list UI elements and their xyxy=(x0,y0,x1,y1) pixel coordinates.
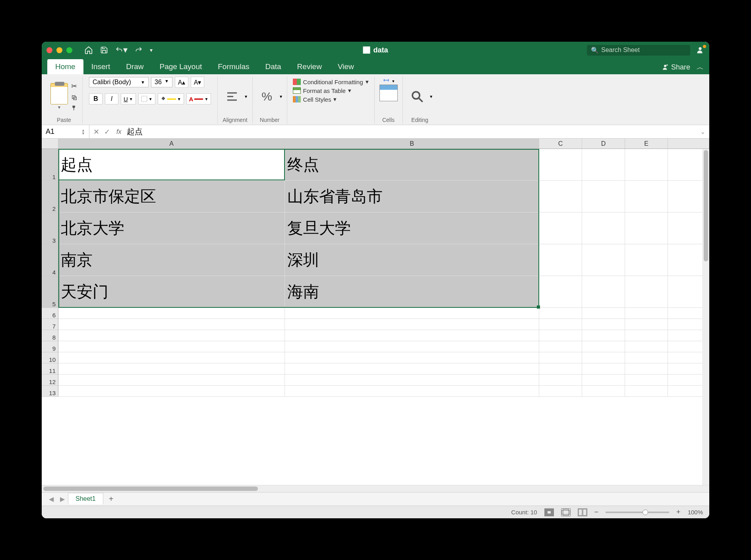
conditional-formatting-button[interactable]: Conditional Formatting ▾ xyxy=(293,78,369,85)
font-color-button[interactable]: A▼ xyxy=(186,93,211,104)
cell[interactable] xyxy=(539,319,582,330)
cell[interactable] xyxy=(625,212,668,244)
cell[interactable] xyxy=(582,319,625,330)
horizontal-scrollbar[interactable] xyxy=(42,485,709,492)
zoom-slider[interactable] xyxy=(606,512,669,513)
cell[interactable]: 深圳 xyxy=(285,244,539,276)
cell[interactable] xyxy=(58,352,285,363)
fill-color-button[interactable]: ▼ xyxy=(158,93,184,104)
cell[interactable]: 起点 xyxy=(58,149,285,180)
row-header[interactable]: 10 xyxy=(42,352,58,363)
select-all-corner[interactable] xyxy=(42,139,58,149)
cell[interactable] xyxy=(625,341,668,352)
cell[interactable] xyxy=(582,352,625,363)
prev-sheet-icon[interactable]: ◀ xyxy=(46,495,57,503)
cell[interactable] xyxy=(58,386,285,396)
column-header[interactable]: E xyxy=(625,139,668,149)
cell[interactable] xyxy=(539,149,582,180)
cell[interactable] xyxy=(582,386,625,396)
formula-input[interactable]: 起点 xyxy=(124,126,143,137)
tab-review[interactable]: Review xyxy=(289,59,330,74)
tab-view[interactable]: View xyxy=(330,59,362,74)
cell[interactable] xyxy=(582,363,625,374)
cell[interactable] xyxy=(625,149,668,180)
cell[interactable] xyxy=(539,244,582,276)
spreadsheet-grid[interactable]: ABCDE 12345678910111213 起点终点北京市保定区山东省青岛市… xyxy=(42,139,709,485)
cell[interactable] xyxy=(285,341,539,352)
cell[interactable] xyxy=(582,330,625,341)
column-header[interactable]: C xyxy=(539,139,582,149)
find-icon[interactable] xyxy=(408,87,427,106)
page-break-view-icon[interactable] xyxy=(578,508,587,516)
cell[interactable] xyxy=(285,386,539,396)
column-header[interactable]: D xyxy=(582,139,625,149)
next-sheet-icon[interactable]: ▶ xyxy=(57,495,68,503)
home-icon[interactable] xyxy=(84,46,93,54)
name-box[interactable]: A1▲▼ xyxy=(42,125,89,138)
italic-button[interactable]: I xyxy=(105,93,118,104)
row-header[interactable]: 1 xyxy=(42,149,58,181)
cell[interactable] xyxy=(625,319,668,330)
accept-formula-icon[interactable]: ✓ xyxy=(104,127,110,136)
row-header[interactable]: 7 xyxy=(42,319,58,330)
tab-formulas[interactable]: Formulas xyxy=(210,59,257,74)
alignment-icon[interactable] xyxy=(223,87,242,106)
cell[interactable] xyxy=(285,308,539,319)
sheet-tab[interactable]: Sheet1 xyxy=(68,493,103,504)
page-layout-view-icon[interactable] xyxy=(561,508,571,516)
copy-icon[interactable] xyxy=(71,95,77,101)
cell[interactable] xyxy=(539,212,582,244)
close-icon[interactable] xyxy=(46,47,52,53)
cell[interactable] xyxy=(625,181,668,212)
cell[interactable] xyxy=(582,212,625,244)
cell[interactable] xyxy=(625,375,668,385)
row-header[interactable]: 4 xyxy=(42,244,58,276)
row-header[interactable]: 6 xyxy=(42,308,58,319)
save-icon[interactable] xyxy=(100,46,108,54)
qat-customize-icon[interactable]: ▾ xyxy=(150,47,153,53)
cell[interactable]: 海南 xyxy=(285,276,539,307)
row-header[interactable]: 2 xyxy=(42,181,58,212)
cell[interactable] xyxy=(625,352,668,363)
cell[interactable] xyxy=(58,363,285,374)
cell[interactable]: 南京 xyxy=(58,244,285,276)
minimize-icon[interactable] xyxy=(56,47,62,53)
cell[interactable] xyxy=(582,341,625,352)
row-header[interactable]: 9 xyxy=(42,341,58,352)
cell[interactable] xyxy=(58,375,285,385)
row-header[interactable]: 13 xyxy=(42,386,58,397)
cut-icon[interactable]: ✂ xyxy=(71,82,77,91)
column-header[interactable]: B xyxy=(285,139,539,149)
font-size-select[interactable]: 36▼ xyxy=(151,77,172,87)
cell-styles-button[interactable]: Cell Styles ▾ xyxy=(293,96,369,103)
cell[interactable] xyxy=(539,352,582,363)
cell[interactable] xyxy=(285,352,539,363)
cell[interactable] xyxy=(625,276,668,307)
row-header[interactable]: 3 xyxy=(42,212,58,244)
cell[interactable] xyxy=(539,363,582,374)
search-input[interactable]: 🔍 Search Sheet xyxy=(587,45,690,56)
border-button[interactable]: ▼ xyxy=(138,93,155,104)
cell[interactable]: 终点 xyxy=(285,149,539,180)
cell[interactable]: 山东省青岛市 xyxy=(285,181,539,212)
cell[interactable]: 复旦大学 xyxy=(285,212,539,244)
collapse-ribbon-icon[interactable]: ︿ xyxy=(697,62,704,72)
row-header[interactable]: 12 xyxy=(42,375,58,386)
cell[interactable] xyxy=(625,244,668,276)
cell[interactable] xyxy=(625,386,668,396)
tab-insert[interactable]: Insert xyxy=(83,59,118,74)
maximize-icon[interactable] xyxy=(66,47,72,53)
cancel-formula-icon[interactable]: ✕ xyxy=(93,127,99,136)
undo-icon[interactable]: ▾ xyxy=(115,45,128,55)
cell[interactable] xyxy=(582,375,625,385)
cell[interactable]: 北京大学 xyxy=(58,212,285,244)
cell[interactable] xyxy=(539,341,582,352)
share-button[interactable]: Share xyxy=(662,63,690,71)
cell[interactable] xyxy=(285,375,539,385)
decrease-font-icon[interactable]: A▾ xyxy=(191,77,204,88)
cell[interactable] xyxy=(625,330,668,341)
cell[interactable] xyxy=(625,308,668,319)
cell[interactable] xyxy=(285,319,539,330)
cell[interactable] xyxy=(582,181,625,212)
row-header[interactable]: 11 xyxy=(42,363,58,375)
